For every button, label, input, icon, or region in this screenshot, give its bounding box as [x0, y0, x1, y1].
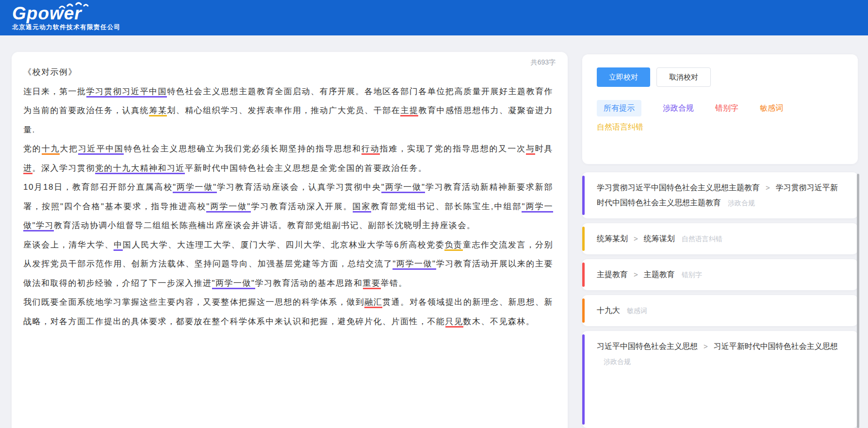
document-card: 共693字 《校对示例》连日来，第一批学习贯彻习近平中国特色社会主义思想主题教育… — [12, 52, 568, 428]
arrow-icon: > — [634, 234, 638, 243]
flagged-text-politics[interactable]: "两学一做" — [206, 202, 251, 213]
text-run: 时具 — [535, 144, 553, 153]
text-run: 学习教育活动的基本思路和 — [255, 279, 363, 288]
text-run: 教育部党组书记、部长陈宝生,中组部 — [371, 202, 522, 211]
flagged-text-politics[interactable]: 学习贯彻习近平中国 — [86, 87, 167, 98]
text-run: 党的 — [23, 144, 42, 153]
category-color-bar — [582, 263, 585, 287]
corrections-list: 学习贯彻习近平中国特色社会主义思想主题教育>学习贯彻习近平新时代中国特色社会主义… — [582, 172, 858, 428]
document-text[interactable]: 《校对示例》连日来，第一批学习贯彻习近平中国特色社会主义思想主题教育全面启动、有… — [12, 52, 568, 331]
filter-all[interactable]: 所有提示 — [597, 100, 641, 116]
birds-icon — [59, 1, 91, 11]
flagged-text-politics[interactable]: 习近平中国 — [78, 144, 124, 155]
original-text: 十九大 — [597, 306, 620, 314]
category-tag: 自然语言纠错 — [682, 235, 722, 243]
proofread-panel: 立即校对 取消校对 所有提示涉政合规错别字敏感词自然语言纠错 学习贯彻习近平中国… — [582, 54, 858, 428]
text-run: 大把 — [60, 144, 78, 153]
correction-card[interactable]: 习近平中国特色社会主义思想>习近平新时代中国特色社会主义思想涉政合规 — [582, 331, 858, 428]
document-title: 《校对示例》 — [23, 63, 553, 82]
filter-sensitive[interactable]: 敏感词 — [760, 103, 783, 113]
flagged-text-typo[interactable]: 与 — [526, 144, 535, 155]
text-run: 。深入学习贯彻 — [33, 164, 96, 173]
arrow-icon: > — [704, 342, 708, 350]
flagged-text-typo[interactable]: 重要 — [363, 279, 381, 289]
text-run: 特色社会主义思想确立为我们党必须长期坚持的指导思想和 — [124, 144, 361, 153]
correction-card[interactable]: 十九大敏感词 — [582, 295, 858, 326]
filter-tabs: 所有提示涉政合规错别字敏感词自然语言纠错 — [597, 100, 843, 132]
correction-card[interactable]: 主提教育>主题教育错别字 — [582, 259, 858, 290]
document-paragraph: 连日来，第一批学习贯彻习近平中国特色社会主义思想主题教育全面启动、有序开展。各地… — [23, 82, 553, 140]
flagged-text-politics[interactable]: "两学一做" — [173, 182, 217, 193]
flagged-text-typo[interactable]: 融汇 — [364, 297, 382, 308]
category-tag: 涉政合规 — [604, 358, 631, 365]
filter-nlp[interactable]: 自然语言纠错 — [597, 122, 643, 132]
suggested-text: 习近平新时代中国特色社会主义思想 — [714, 342, 838, 350]
proofread-button[interactable]: 立即校对 — [597, 67, 650, 87]
document-paragraph: 我们既要全面系统地学习掌握这些主要内容，又要整体把握这一思想的科学体系，做到融汇… — [23, 293, 553, 331]
suggested-text: 统筹谋划 — [644, 234, 675, 243]
document-paragraph: 10月18日，教育部召开部分直属高校"两学一做"学习教育活动座谈会，认真学习贯彻… — [23, 178, 553, 235]
flagged-text-typo[interactable]: 只见 — [445, 317, 463, 328]
original-text: 习近平中国特色社会主义思想 — [597, 342, 698, 350]
category-tag: 敏感词 — [627, 307, 647, 314]
text-run: 学习教育活动深入开展。 — [251, 202, 353, 211]
text-run: 教育活动协调小组督导二组组长陈燕楠出席座谈会并讲话。教育部党组副书记、副部长沈晓… — [54, 221, 476, 230]
flagged-text-nlp[interactable]: 负责 — [444, 240, 462, 251]
suggested-text: 主题教育 — [644, 270, 675, 279]
text-run: 连日来，第一批 — [23, 87, 86, 96]
document-paragraph: 座谈会上，清华大学、中国人民大学、大连理工大学、厦门大学、四川大学、北京林业大学… — [23, 235, 553, 293]
flagged-text-politics[interactable]: "两学一做" — [393, 259, 436, 270]
text-run: 举错。 — [381, 279, 408, 288]
arrow-icon: > — [766, 183, 770, 192]
flagged-text-sensitive[interactable]: 十九 — [42, 144, 60, 155]
original-text: 学习贯彻习近平中国特色社会主义思想主题教育 — [597, 183, 760, 192]
flagged-text-politics[interactable]: "两学一做" — [381, 182, 426, 193]
document-paragraph: 党的十九大把习近平中国特色社会主义思想确立为我们党必须长期坚持的指导思想和行动指… — [23, 139, 553, 178]
text-run: 平新时代中国特色社会主义思想是全党全国的首要政治任务。 — [185, 164, 427, 173]
text-run: 我们既要全面系统地学习掌握这些主要内容，又要整体把握这一思想的科学体系，做到 — [23, 297, 364, 307]
button-row: 立即校对 取消校对 — [597, 67, 843, 87]
cancel-proofread-button[interactable]: 取消校对 — [656, 67, 711, 87]
text-cursor — [420, 219, 421, 227]
company-name: 北京通元动力软件技术有限责任公司 — [12, 23, 868, 32]
category-color-bar — [582, 334, 585, 425]
text-run: 国人民大学、大连理工大学、厦门大学、四川大学、北京林业大学等6所高校党委 — [123, 240, 444, 249]
original-text: 主提教育 — [597, 270, 628, 279]
app-header: Gpower 北京通元动力软件技术有限责任公司 — [0, 0, 868, 35]
correction-card[interactable]: 学习贯彻习近平中国特色社会主义思想主题教育>学习贯彻习近平新时代中国特色社会主义… — [582, 172, 858, 218]
category-color-bar — [582, 176, 585, 215]
flagged-text-politics[interactable]: 国家 — [353, 202, 371, 213]
word-count: 共693字 — [531, 58, 556, 67]
text-run: 学习教育活动座谈会，认真学习贯彻中央 — [217, 182, 381, 192]
flagged-text-politics[interactable]: 党的十九大精神和习近 — [95, 164, 185, 174]
text-run: 座谈会上，清华大学、 — [23, 240, 114, 249]
text-run: 10月18日，教育部召开部分直属高校 — [23, 182, 173, 192]
logo: Gpower — [12, 4, 82, 23]
flagged-text-politics[interactable]: "两学一做" — [212, 279, 255, 289]
category-tag: 涉政合规 — [728, 199, 755, 207]
flagged-text-nlp[interactable]: 筹某 — [149, 106, 167, 116]
original-text: 统筹某划 — [597, 234, 628, 243]
text-run: 指难，实现了党的指导思想的又一次 — [380, 144, 526, 153]
filter-typo[interactable]: 错别字 — [715, 103, 738, 113]
category-tag: 错别字 — [682, 271, 702, 279]
flagged-text-politics[interactable]: 中 — [114, 240, 123, 251]
category-color-bar — [582, 298, 585, 323]
filter-card: 立即校对 取消校对 所有提示涉政合规错别字敏感词自然语言纠错 — [582, 54, 858, 164]
panel-scrollbar[interactable] — [857, 174, 859, 428]
arrow-icon: > — [634, 270, 638, 279]
flagged-text-typo[interactable]: 行动 — [361, 144, 380, 155]
correction-card[interactable]: 统筹某划>统筹谋划自然语言纠错 — [582, 223, 858, 254]
main-area: 共693字 《校对示例》连日来，第一批学习贯彻习近平中国特色社会主义思想主题教育… — [0, 35, 868, 428]
flagged-text-typo[interactable]: 进 — [23, 164, 33, 174]
text-run: 划、精心组织学习、发挥表率作用，推动广大党员、干部在 — [167, 106, 400, 115]
filter-politics[interactable]: 涉政合规 — [663, 103, 694, 113]
text-run: 数木、不见森林。 — [463, 317, 535, 326]
category-color-bar — [582, 227, 585, 251]
flagged-text-typo[interactable]: 主提 — [400, 106, 418, 116]
